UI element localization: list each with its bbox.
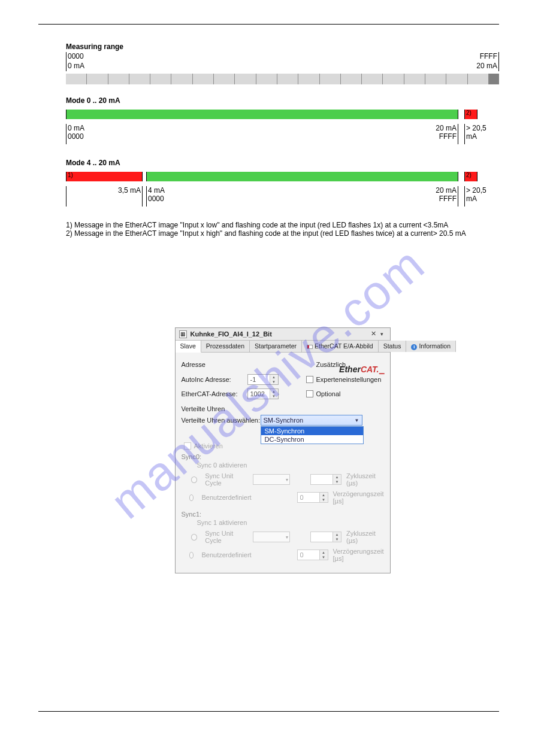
verzog-label-1: Verzögerungszeit [µs] (333, 548, 384, 562)
checkbox-icon (306, 390, 313, 397)
dc-select[interactable]: SM-Synchron ▼ SM-Synchron DC-Synchron (261, 415, 362, 426)
sync1-activate-label: Sync 1 aktivieren (197, 519, 247, 526)
measuring-range-title: Measuring range (66, 42, 499, 51)
m420-under: 3,5 mA (118, 186, 141, 195)
m020-right-ma: 20 mA (436, 124, 457, 132)
zykluszeit-label-1: Zykluszeit (µs) (346, 530, 384, 544)
info-icon: i (411, 344, 417, 350)
m420-left-ma: 4 mA (148, 186, 433, 195)
verzog0-input: ▲▼ (297, 492, 328, 503)
sync-unit-cycle-label-1: Sync Unit Cycle (205, 530, 248, 544)
mr-ma-end: 20 mA (476, 62, 497, 70)
mode-4-20-title: Mode 4 .. 20 mA (66, 159, 499, 167)
m420-right-ma: 20 mA (436, 186, 457, 195)
dc-option-sm[interactable]: SM-Synchron (261, 427, 363, 435)
chevron-down-icon: ▾ (286, 477, 288, 482)
m020-left-hex: 0000 (68, 132, 433, 141)
dc-option-dc[interactable]: DC-Synchron (261, 435, 363, 444)
chevron-down-icon: ▼ (355, 418, 359, 423)
spin-down-icon[interactable]: ▼ (270, 379, 278, 384)
checkbox-icon (306, 376, 313, 383)
sync1-heading: Sync1: (182, 511, 384, 518)
tab-slave[interactable]: Slave (176, 341, 201, 353)
autoinc-field[interactable] (248, 375, 270, 384)
checkbox-icon (184, 442, 191, 450)
spin-down-icon[interactable]: ▼ (270, 394, 278, 399)
optional-checkbox[interactable]: Optional (306, 390, 341, 397)
zykluszeit0-input: ▲▼ (310, 474, 341, 485)
sync-unit-select-1: ▾ (253, 532, 290, 542)
verzog1-input: ▲▼ (297, 549, 328, 560)
m420-left-hex: 0000 (148, 195, 433, 203)
radio-icon (191, 534, 197, 541)
radio-icon (189, 552, 194, 558)
sync-unit-select: ▾ (253, 474, 290, 485)
device-icon: ▦ (179, 330, 187, 338)
tab-information[interactable]: iInformation (406, 341, 456, 352)
mode-0-20-title: Mode 0 .. 20 mA (66, 96, 499, 105)
m420-right-hex: FFFF (439, 195, 457, 203)
footnote-2: 2) Message in the EtherACT image "Input … (66, 229, 499, 238)
verzog-label: Verzögerungszeit [µs] (333, 490, 384, 505)
dc-dropdown: SM-Synchron DC-Synchron (261, 426, 364, 444)
spin-up-icon[interactable]: ▲ (270, 375, 278, 379)
dropdown-icon[interactable]: ▾ (378, 331, 386, 337)
tab-bar: Slave Prozessdaten Startparameter EtherC… (176, 341, 390, 353)
chevron-down-icon: ▾ (286, 535, 288, 540)
radio-icon (189, 494, 194, 501)
mode-0-20-block: Mode 0 .. 20 mA 2) 0 mA 0000 20 mA FFFF … (66, 96, 499, 144)
mr-hex-end: FFFF (480, 52, 497, 60)
dialog-title: Kuhnke_FIO_AI4_I_12_Bit (191, 330, 370, 338)
m020-left-ma: 0 mA (68, 124, 433, 132)
m020-over: > 20,5 mA (466, 124, 498, 141)
dialog-titlebar: ▦ Kuhnke_FIO_AI4_I_12_Bit ✕ ▾ (176, 328, 390, 341)
zykluszeit-label: Zykluszeit (µs) (346, 472, 384, 487)
m420-over: > 20,5 mA (466, 186, 498, 203)
m020-right-hex: FFFF (439, 132, 457, 141)
sync0-heading: Sync0: (182, 453, 384, 460)
autoinc-label: AutoInc Adresse: (182, 376, 247, 383)
ethercat-dialog: ▦ Kuhnke_FIO_AI4_I_12_Bit ✕ ▾ Slave Proz… (175, 327, 391, 573)
dc-selected-value: SM-Synchron (264, 417, 304, 424)
radio-icon (191, 476, 197, 483)
footnotes: 1) Message in the EtherACT image "Input … (66, 221, 499, 238)
autoinc-input[interactable]: ▲▼ (247, 374, 279, 385)
ethercat-addr-label: EtherCAT-Adresse: (182, 390, 247, 397)
tab-ethercat-abbild[interactable]: EtherCAT E/A-Abbild (302, 341, 379, 352)
close-icon[interactable]: ✕ (370, 330, 378, 338)
ethercat-icon (307, 345, 313, 349)
overrange-marker: 2) (464, 110, 477, 119)
underrange-marker: 1) (66, 172, 143, 181)
sync-unit-cycle-label: Sync Unit Cycle (205, 472, 248, 487)
tick-bar (66, 74, 499, 84)
dc-select-label: Verteilte Uhren auswählen: (182, 417, 261, 424)
ethercat-addr-input[interactable]: ▲▼ (247, 388, 279, 399)
mode-4-20-block: Mode 4 .. 20 mA 1) 2) 3,5 mA 4 mA 0000 (66, 159, 499, 207)
mr-hex-start: 0000 (68, 52, 480, 60)
adresse-heading: Adresse (182, 361, 316, 368)
sync0-activate-label: Sync 0 aktivieren (197, 462, 247, 469)
mr-ma-start: 0 mA (68, 62, 476, 70)
expert-checkbox[interactable]: Experteneinstellungen (306, 376, 382, 383)
benutzer-label: Benutzerdefiniert (201, 494, 250, 501)
spin-up-icon[interactable]: ▲ (270, 389, 278, 394)
ethercat-logo: EtherCAT.⎯ (339, 365, 383, 374)
dc-heading: Verteilte Uhren (182, 405, 384, 412)
measuring-range-block: Measuring range 0000 FFFF 0 mA 20 mA (66, 42, 499, 84)
activate-checkbox: Aktivieren (184, 442, 223, 450)
tab-prozessdaten[interactable]: Prozessdaten (201, 341, 250, 352)
overrange-marker-2: 2) (464, 172, 477, 181)
benutzer-label-1: Benutzerdefiniert (201, 551, 250, 558)
zykluszeit1-input: ▲▼ (310, 532, 341, 542)
ethercat-addr-field[interactable] (248, 389, 270, 399)
tab-startparameter[interactable]: Startparameter (250, 341, 302, 352)
footnote-1: 1) Message in the EtherACT image "Input … (66, 221, 499, 229)
tab-status[interactable]: Status (379, 341, 407, 352)
